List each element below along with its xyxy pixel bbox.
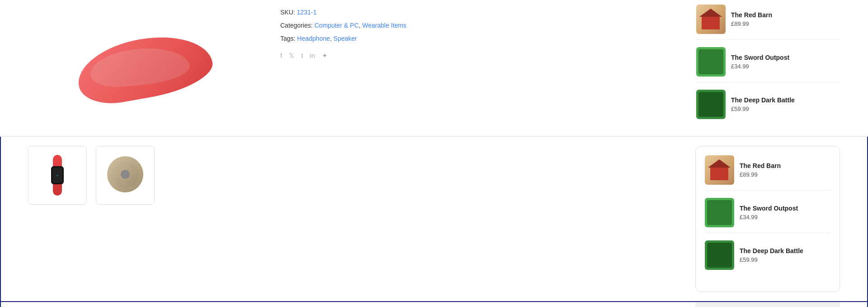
tumblr-icon[interactable]: t [301,49,303,62]
sku-value[interactable]: 1231-1 [297,9,317,16]
thumbnail-row: ▪ [28,146,263,205]
product-thumbnails-area: ▪ [28,137,263,301]
sword-product-price: £34.99 [731,63,789,70]
sword-product-name-2: The Sword Outpost [740,205,798,212]
category-link-2[interactable]: Wearable Items [362,22,406,29]
speaker-image [107,156,143,195]
barn-product-info-2: The Red Barn £89.99 [740,162,781,178]
category-link-1[interactable]: Computer & PC [314,22,359,29]
sidebar-products-area: The Red Barn £89.99 The Sword Outpost £3… [696,0,841,136]
sword-product-price-2: £34.99 [740,214,798,221]
tags-row: Tags: Headphone, Speaker [280,33,678,44]
sidebar-product-item[interactable]: The Sword Outpost £34.99 [696,47,841,82]
dark-product-info-2: The Deep Dark Battle £59.99 [740,247,803,263]
dark-product-name-2: The Deep Dark Battle [740,247,803,254]
dark-product-info: The Deep Dark Battle £59.99 [731,96,795,112]
fitness-tracker-image: ▪ [37,155,78,196]
sidebar-product-item[interactable]: The Sword Outpost £34.99 [705,198,830,233]
sidebar-card: The Red Barn £89.99 The Sword Outpost £3… [695,146,840,292]
sku-label: SKU: [280,9,295,16]
tags-label: Tags: [280,35,295,42]
sidebar-product-item[interactable]: The Deep Dark Battle £59.99 [696,90,841,125]
barn-product-price: £89.99 [731,20,772,27]
categories-row: Categories: Computer & PC, Wearable Item… [280,20,678,31]
tag-link-1[interactable]: Headphone [297,35,330,42]
sword-product-thumbnail [696,47,726,77]
barn-product-thumbnail-2 [705,155,734,185]
categories-label: Categories: [280,22,313,29]
tracker-display: ▪ [52,168,62,183]
ad-panel: Most Powerful Powerbank Shop Now [695,302,840,307]
barn-product-thumbnail [696,5,726,34]
linkedin-icon[interactable]: in [310,49,315,62]
dark-product-thumbnail [696,90,726,119]
product-main-image-area [27,0,262,136]
sidebar-product-item[interactable]: The Deep Dark Battle £59.99 [705,240,830,275]
dark-product-thumbnail-2 [705,240,734,270]
dark-product-name: The Deep Dark Battle [731,96,795,104]
sword-product-name: The Sword Outpost [731,54,789,61]
sword-product-info: The Sword Outpost £34.99 [731,54,789,70]
dark-product-price: £59.99 [731,106,795,112]
sku-row: SKU: 1231-1 [280,7,678,18]
fitness-tracker-thumbnail[interactable]: ▪ [28,146,87,205]
speaker-body [107,156,143,192]
sword-product-thumbnail-2 [705,198,734,227]
sidebar-product-item[interactable]: The Red Barn £89.99 [696,5,841,40]
tag-link-2[interactable]: Speaker [334,35,357,42]
facebook-icon[interactable]: f [280,49,282,62]
barn-product-info: The Red Barn £89.99 [731,11,772,27]
sidebar-product-item[interactable]: The Red Barn £89.99 [705,155,830,191]
social-share-row: f 𝕏 t in ✦ [280,49,678,62]
barn-product-name-2: The Red Barn [740,162,781,169]
center-empty-space [281,137,677,301]
share-icon[interactable]: ✦ [322,49,328,62]
speaker-thumbnail[interactable] [96,146,155,205]
sidebar-card-outline: The Red Barn £89.99 The Sword Outpost £3… [695,137,840,301]
twitter-icon[interactable]: 𝕏 [289,49,294,62]
barn-product-price-2: £89.99 [740,171,781,178]
dark-product-price-2: £59.99 [740,256,803,263]
product-hero-image [73,27,217,109]
sword-product-info-2: The Sword Outpost £34.99 [740,205,798,221]
tracker-screen: ▪ [51,166,64,184]
tab-bar: Description Reviews (1) [28,302,677,307]
product-meta-info: SKU: 1231-1 Categories: Computer & PC, W… [280,0,678,136]
barn-product-name: The Red Barn [731,11,772,19]
